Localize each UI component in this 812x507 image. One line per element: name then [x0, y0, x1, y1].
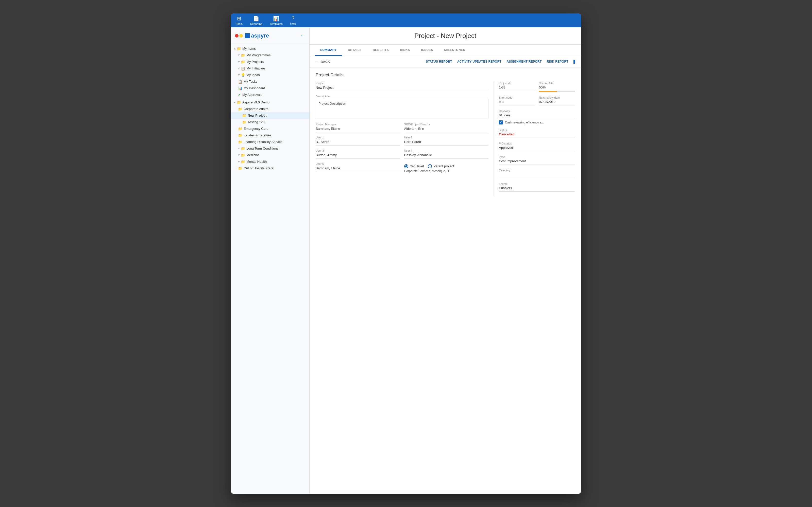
sidebar-item-learning-disability[interactable]: 📁 Learning Disability Service [231, 139, 309, 145]
main-layout: aspyre ← ∧ 📁 My Items ∨ 📁 My Programmes [231, 27, 581, 494]
sidebar-label-medicine: Medicine [246, 153, 260, 157]
short-code-label: Short code [499, 96, 535, 99]
sidebar-item-aspyre-demo[interactable]: ∧ 📁 Aspyre v9.0 Demo [231, 99, 309, 106]
sidebar-item-new-project[interactable]: 📁 New Project [231, 112, 309, 119]
status-report-button[interactable]: STATUS REPORT [426, 60, 452, 63]
sidebar-item-my-programmes[interactable]: ∨ 📁 My Programmes [231, 52, 309, 59]
tab-risks[interactable]: Risks [394, 45, 415, 56]
sidebar-label-my-projects: My Projects [246, 60, 264, 64]
sro-field: SRO/Project Director Alderton, Erin [404, 123, 489, 132]
tab-details[interactable]: Details [342, 45, 367, 56]
sidebar-item-estates-facilities[interactable]: 📁 Estates & Facilities [231, 132, 309, 139]
org-level-label: Org. level [410, 164, 424, 168]
folder-icon: 📁 [241, 53, 245, 57]
initiative-icon: 📋 [241, 66, 245, 70]
tab-milestones[interactable]: Milestones [439, 45, 471, 56]
short-code-value: e-3 [499, 100, 535, 105]
sidebar-item-corporate-affairs[interactable]: 📁 Corporate Affairs [231, 106, 309, 112]
percent-complete-label: % complete [539, 81, 575, 85]
managers-row: Project Manager Barnham, Elaine SRO/Proj… [316, 123, 489, 136]
sidebar-item-emergency-care[interactable]: 📁 Emergency Care [231, 125, 309, 132]
users-row-1: User 1 B., Serzh User 2 Carr, Sarah [316, 136, 489, 149]
logo-circle-yellow [239, 34, 243, 38]
tab-benefits[interactable]: Benefits [367, 45, 394, 56]
sidebar-item-mental-health[interactable]: ∨ 📁 Mental Health [231, 158, 309, 165]
sidebar-item-long-term-conditions[interactable]: ∨ 📁 Long Term Conditions [231, 145, 309, 152]
parent-project-radio-circle [428, 164, 432, 168]
sidebar-item-my-tasks[interactable]: 📋 My Tasks [231, 78, 309, 85]
folder-icon: 📁 [237, 100, 241, 104]
logo-square-icon [245, 33, 250, 38]
sidebar-item-my-dashboard[interactable]: 📊 My Dashboard [231, 85, 309, 92]
back-button[interactable]: ← BACK [316, 60, 330, 64]
sidebar-item-my-initiatives[interactable]: ∨ 📋 My Initiatives [231, 65, 309, 72]
parent-project-label: Parent project [434, 164, 454, 168]
description-label: Description [316, 95, 489, 98]
tab-issues[interactable]: Issues [416, 45, 439, 56]
action-bar: ← BACK STATUS REPORT ACTIVITY UPDATES RE… [310, 56, 581, 67]
sidebar-label-testing-123: Testing 123 [248, 120, 265, 124]
sro-value: Alderton, Erin [404, 127, 489, 132]
project-value: New Project [316, 86, 489, 91]
chevron-icon: ∨ [238, 54, 240, 57]
status-field: Status Cancelled [499, 128, 575, 138]
toolbar-help[interactable]: ? Help [290, 15, 296, 25]
sidebar: aspyre ← ∧ 📁 My Items ∨ 📁 My Programmes [231, 27, 310, 494]
next-review-field: Next review date 07/08/2019 [539, 96, 575, 105]
sidebar-label-mental-health: Mental Health [246, 160, 267, 164]
sidebar-back-button[interactable]: ← [300, 33, 305, 39]
short-code-review-row: Short code e-3 Next review date 07/08/20… [499, 96, 575, 110]
proj-code-field: Proj. code 1-33 [499, 81, 535, 92]
user3-label: User 3 [316, 149, 400, 152]
sidebar-item-out-of-hospital[interactable]: 📁 Out of Hospital Care [231, 165, 309, 172]
user3-value: Burton, Jimmy [316, 153, 400, 159]
section-title: Project Details [316, 72, 575, 77]
user3-field: User 3 Burton, Jimmy [316, 149, 400, 159]
gateway-label: Gateway [499, 110, 575, 113]
category-label: Category [499, 169, 575, 172]
org-level-radio[interactable]: Org. level [404, 164, 424, 168]
gateway-value: 01 Idea [499, 113, 575, 119]
activity-report-button[interactable]: ACTIVITY UPDATES REPORT [457, 60, 501, 63]
cash-releasing-label: Cash releasing efficiency s... [505, 121, 544, 124]
folder-icon: 📁 [238, 127, 242, 131]
folder-icon: 📁 [242, 120, 246, 124]
sidebar-label-aspyre-demo: Aspyre v9.0 Demo [242, 100, 269, 104]
parent-project-radio[interactable]: Parent project [428, 164, 454, 168]
description-value: Project Description [316, 99, 489, 119]
sidebar-item-my-items[interactable]: ∧ 📁 My Items [231, 45, 309, 52]
percent-complete-field: % complete 50% [539, 81, 575, 92]
logo-circles [235, 34, 243, 38]
category-value [499, 173, 575, 178]
risk-report-button[interactable]: RISK REPORT [547, 60, 568, 63]
user1-field: User 1 B., Serzh [316, 136, 400, 146]
sidebar-item-medicine[interactable]: ∨ 📁 Medicine [231, 152, 309, 158]
sidebar-item-my-approvals[interactable]: ✔ My Approvals [231, 92, 309, 98]
pid-status-field: PID status Approved [499, 142, 575, 151]
idea-icon: 💡 [241, 73, 245, 77]
sidebar-item-my-projects[interactable]: ∨ 📁 My Projects [231, 59, 309, 65]
percent-complete-value: 50% [539, 86, 575, 91]
toolbar-templates[interactable]: 📊 Templates [270, 15, 283, 25]
toolbar-reporting[interactable]: 📄 Reporting [250, 15, 262, 25]
toolbar-tools[interactable]: ⊞ Tools [236, 15, 243, 25]
sidebar-label-my-ideas: My Ideas [246, 73, 260, 77]
chevron-icon: ∨ [238, 147, 240, 150]
sidebar-item-my-ideas[interactable]: ∨ 💡 My Ideas [231, 72, 309, 78]
folder-icon: 📁 [238, 107, 242, 111]
cash-releasing-checkbox[interactable]: ✓ [499, 120, 503, 124]
sidebar-tree: ∧ 📁 My Items ∨ 📁 My Programmes ∨ 📁 My Pr… [231, 45, 309, 172]
theme-label: Theme [499, 182, 575, 185]
sidebar-label-long-term-conditions: Long Term Conditions [246, 147, 278, 150]
reporting-label: Reporting [250, 22, 262, 25]
tab-summary[interactable]: Summary [315, 45, 342, 56]
user4-field: User 4 Cassidy, Annabelle [404, 149, 489, 159]
logo-name: aspyre [251, 33, 269, 39]
sidebar-item-testing-123[interactable]: 📁 Testing 123 [231, 119, 309, 125]
sidebar-label-corporate-affairs: Corporate Affairs [244, 107, 268, 111]
assignment-report-button[interactable]: ASSIGNMENT REPORT [506, 60, 542, 63]
status-value: Cancelled [499, 132, 575, 138]
user4-label: User 4 [404, 149, 489, 152]
type-label: Type [499, 155, 575, 158]
proj-code-value: 1-33 [499, 86, 535, 91]
